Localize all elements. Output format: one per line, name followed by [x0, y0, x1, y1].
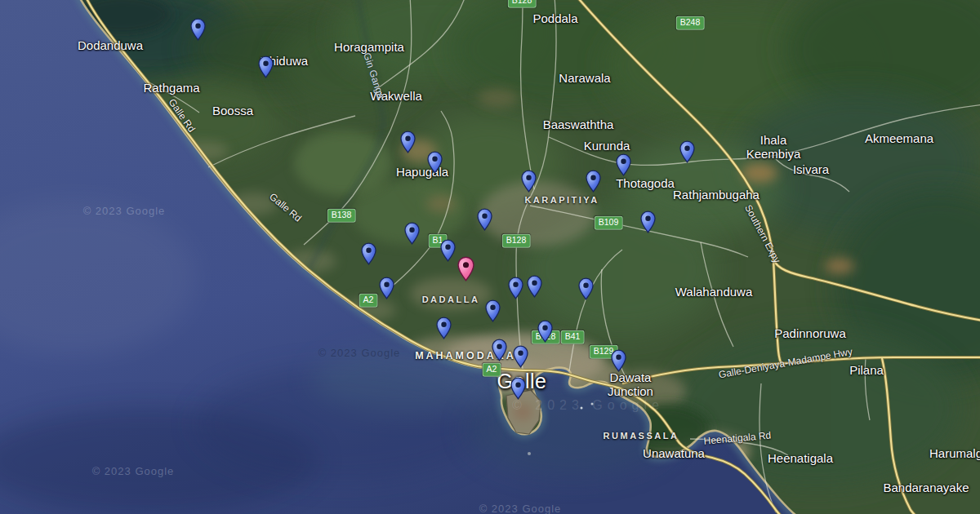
map-pin[interactable]: [361, 242, 376, 266]
map-pin[interactable]: [258, 55, 274, 79]
map-pin-highlight[interactable]: [457, 256, 474, 282]
map-pin[interactable]: [537, 320, 553, 343]
map-pin[interactable]: [521, 170, 537, 193]
map-pin[interactable]: [510, 377, 526, 401]
map-pin[interactable]: [436, 317, 452, 340]
map-pin[interactable]: [400, 131, 416, 154]
map-pin[interactable]: [485, 299, 501, 323]
map-pin[interactable]: [190, 18, 206, 42]
map-pin[interactable]: [427, 151, 443, 175]
map-pin[interactable]: [578, 277, 594, 301]
satellite-map-canvas[interactable]: GalleDodanduwaRathgamaBoossaUhiduwaHorag…: [0, 0, 980, 514]
map-pin-layer: [0, 0, 980, 514]
map-pin[interactable]: [679, 140, 695, 164]
map-pin[interactable]: [586, 170, 601, 193]
map-pin[interactable]: [527, 275, 542, 299]
map-pin[interactable]: [379, 277, 394, 300]
map-pin[interactable]: [513, 345, 528, 369]
map-pin[interactable]: [611, 349, 626, 373]
map-pin[interactable]: [508, 277, 523, 300]
map-pin[interactable]: [440, 239, 456, 263]
map-pin[interactable]: [640, 210, 656, 234]
map-pin[interactable]: [616, 153, 631, 177]
map-pin[interactable]: [492, 339, 507, 362]
map-pin[interactable]: [477, 208, 492, 232]
map-pin[interactable]: [404, 222, 420, 246]
